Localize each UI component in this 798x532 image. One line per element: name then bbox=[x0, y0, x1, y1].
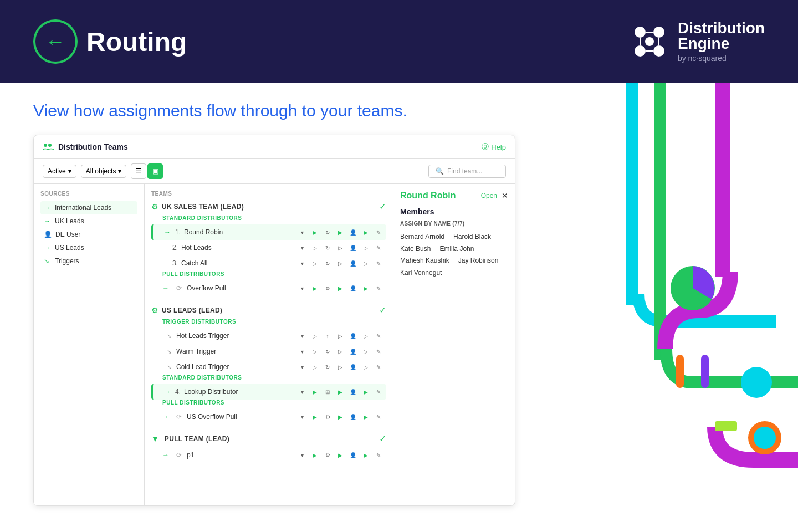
filter-icon[interactable]: ▾ bbox=[296, 227, 308, 238]
arrow-icon24[interactable]: ▶ bbox=[335, 449, 346, 461]
edit-icon4[interactable]: ✎ bbox=[373, 283, 384, 294]
refresh-icon4[interactable]: ⚙ bbox=[322, 283, 333, 294]
dist-overflow-pull[interactable]: → ⟳ Overflow Pull ▾ ▶ ⚙ ▶ 👤 ▶ ✎ bbox=[151, 280, 386, 296]
play-icon2[interactable]: ▶ bbox=[309, 283, 320, 294]
arrow-icon7[interactable]: ▷ bbox=[335, 258, 346, 269]
dist-us-overflow[interactable]: → ⟳ US Overflow Pull ▾ ▶ ⚙ ▶ 👤 ▶ ✎ bbox=[151, 409, 386, 424]
arrow-icon8[interactable]: ▷ bbox=[360, 258, 371, 269]
user-icon8[interactable]: 👤 bbox=[347, 386, 359, 397]
play-icon3[interactable]: ▶ bbox=[309, 386, 320, 397]
edit-icon5[interactable]: ✎ bbox=[373, 330, 384, 341]
user-icon3[interactable]: 👤 bbox=[347, 258, 359, 269]
arrow-icon2[interactable]: ▶ bbox=[360, 227, 371, 238]
dist-lookup[interactable]: → 4. Lookup Distributor ▾ ▶ ⊞ ▶ 👤 ▶ ✎ bbox=[151, 384, 386, 400]
table-icon[interactable]: ⊞ bbox=[322, 386, 333, 397]
refresh-icon5[interactable]: ↻ bbox=[322, 346, 333, 357]
status-dropdown[interactable]: Active ▾ bbox=[43, 165, 76, 178]
filter-icon8[interactable]: ▾ bbox=[296, 386, 308, 397]
brand-text: Distribution Engine by nc·squared bbox=[678, 21, 765, 63]
filter-icon4[interactable]: ▾ bbox=[296, 283, 308, 294]
arrow-icon16[interactable]: ▷ bbox=[360, 346, 371, 357]
refresh-icon2[interactable]: ↻ bbox=[322, 242, 333, 253]
brand-logo-icon bbox=[630, 22, 669, 61]
dist-p1[interactable]: → ⟳ p1 ▾ ▶ ⚙ ▶ 👤 ▶ ✎ bbox=[151, 447, 386, 463]
grid-view-button[interactable]: ▣ bbox=[147, 163, 163, 179]
edit-icon7[interactable]: ✎ bbox=[373, 361, 384, 372]
user-icon6[interactable]: 👤 bbox=[347, 346, 359, 357]
edit-icon2[interactable]: ✎ bbox=[373, 242, 384, 253]
source-item-international-leads[interactable]: → International Leads bbox=[40, 201, 137, 214]
arrow-icon5[interactable]: ▷ bbox=[360, 242, 371, 253]
source-item-de-user[interactable]: 👤 DE User bbox=[40, 228, 137, 241]
user-icon5[interactable]: 👤 bbox=[347, 330, 359, 341]
search-icon: 🔍 bbox=[436, 167, 444, 175]
chevron-down-icon2: ▾ bbox=[118, 167, 121, 175]
close-button[interactable]: ✕ bbox=[502, 191, 508, 200]
help-button[interactable]: ⓪ Help bbox=[482, 142, 506, 152]
arrow-icon21[interactable]: ▶ bbox=[360, 386, 371, 397]
arrow-icon19[interactable]: ▷ bbox=[360, 361, 371, 372]
filter-icon6[interactable]: ▾ bbox=[296, 346, 308, 357]
find-team-input[interactable]: 🔍 Find team... bbox=[428, 165, 506, 178]
filter-icon7[interactable]: ▾ bbox=[296, 361, 308, 372]
edit-icon10[interactable]: ✎ bbox=[373, 449, 384, 461]
arrow-icon9[interactable]: ▶ bbox=[335, 283, 346, 294]
refresh-icon8[interactable]: ⚙ bbox=[322, 449, 333, 461]
arrow-icon22[interactable]: ▶ bbox=[335, 411, 346, 422]
arrow-icon14[interactable]: ▷ bbox=[309, 346, 320, 357]
source-item-triggers[interactable]: ↘ Triggers bbox=[40, 254, 137, 268]
play-icon4[interactable]: ▶ bbox=[309, 411, 320, 422]
dist-cold-trigger[interactable]: ↘ Cold Lead Trigger ▾ ▷ ↻ ▷ 👤 ▷ ✎ bbox=[151, 359, 386, 375]
arrow-icon12[interactable]: ▷ bbox=[335, 330, 346, 341]
open-button[interactable]: Open bbox=[481, 192, 497, 200]
user-icon9[interactable]: 👤 bbox=[347, 411, 359, 422]
refresh-icon6[interactable]: ↻ bbox=[322, 361, 333, 372]
edit-icon9[interactable]: ✎ bbox=[373, 411, 384, 422]
user-icon[interactable]: 👤 bbox=[347, 227, 359, 238]
list-view-button[interactable]: ☰ bbox=[131, 163, 146, 179]
arrow-icon25[interactable]: ▶ bbox=[360, 449, 371, 461]
source-item-uk-leads[interactable]: → UK Leads bbox=[40, 214, 137, 228]
filter-icon9[interactable]: ▾ bbox=[296, 411, 308, 422]
arrow-icon3[interactable]: ▷ bbox=[309, 242, 320, 253]
arrow-icon4[interactable]: ▷ bbox=[335, 242, 346, 253]
refresh-icon3[interactable]: ↻ bbox=[322, 258, 333, 269]
arrow-icon6[interactable]: ▷ bbox=[309, 258, 320, 269]
objects-dropdown[interactable]: All objects ▾ bbox=[81, 165, 127, 178]
arrow-icon17[interactable]: ▷ bbox=[309, 361, 320, 372]
arrow-icon20[interactable]: ▶ bbox=[335, 386, 346, 397]
edit-icon8[interactable]: ✎ bbox=[373, 386, 384, 397]
team-pull: ▼ PULL TEAM (LEAD) ✓ → ⟳ p1 ▾ ▶ ⚙ bbox=[151, 433, 386, 463]
arrow-icon13[interactable]: ▷ bbox=[360, 330, 371, 341]
play-icon[interactable]: ▶ bbox=[309, 227, 320, 238]
user-icon7[interactable]: 👤 bbox=[347, 361, 359, 372]
filter-icon2[interactable]: ▾ bbox=[296, 242, 308, 253]
user-icon2[interactable]: 👤 bbox=[347, 242, 359, 253]
dist-catch-all[interactable]: 3. Catch All ▾ ▷ ↻ ▷ 👤 ▷ ✎ bbox=[151, 255, 386, 271]
play-icon5[interactable]: ▶ bbox=[309, 449, 320, 461]
arrow-right-icon[interactable]: ▶ bbox=[335, 227, 346, 238]
user-icon10[interactable]: 👤 bbox=[347, 449, 359, 461]
refresh-icon[interactable]: ↻ bbox=[322, 227, 333, 238]
source-name: US Leads bbox=[55, 244, 84, 252]
arrow-icon11[interactable]: ▷ bbox=[309, 330, 320, 341]
filter-icon5[interactable]: ▾ bbox=[296, 330, 308, 341]
edit-icon6[interactable]: ✎ bbox=[373, 346, 384, 357]
sort-icon[interactable]: ↑ bbox=[322, 330, 333, 341]
dist-round-robin[interactable]: → 1. Round Robin ▾ ▶ ↻ ▶ 👤 ▶ ✎ bbox=[151, 224, 386, 240]
refresh-icon7[interactable]: ⚙ bbox=[322, 411, 333, 422]
edit-icon3[interactable]: ✎ bbox=[373, 258, 384, 269]
arrow-icon18[interactable]: ▷ bbox=[335, 361, 346, 372]
filter-icon10[interactable]: ▾ bbox=[296, 449, 308, 461]
filter-icon3[interactable]: ▾ bbox=[296, 258, 308, 269]
trigger-name2: Warm Trigger bbox=[176, 347, 294, 355]
arrow-icon10[interactable]: ▶ bbox=[360, 283, 371, 294]
dist-hot-leads[interactable]: 2. Hot Leads ▾ ▷ ↻ ▷ 👤 ▷ ✎ bbox=[151, 240, 386, 255]
source-item-us-leads[interactable]: → US Leads bbox=[40, 241, 137, 254]
dist-warm-trigger[interactable]: ↘ Warm Trigger ▾ ▷ ↻ ▷ 👤 ▷ ✎ bbox=[151, 344, 386, 359]
user-icon4[interactable]: 👤 bbox=[347, 283, 359, 294]
arrow-icon23[interactable]: ▶ bbox=[360, 411, 371, 422]
dist-hot-leads-trigger[interactable]: ↘ Hot Leads Trigger ▾ ▷ ↑ ▷ 👤 ▷ ✎ bbox=[151, 328, 386, 344]
edit-icon[interactable]: ✎ bbox=[373, 227, 384, 238]
arrow-icon15[interactable]: ▷ bbox=[335, 346, 346, 357]
